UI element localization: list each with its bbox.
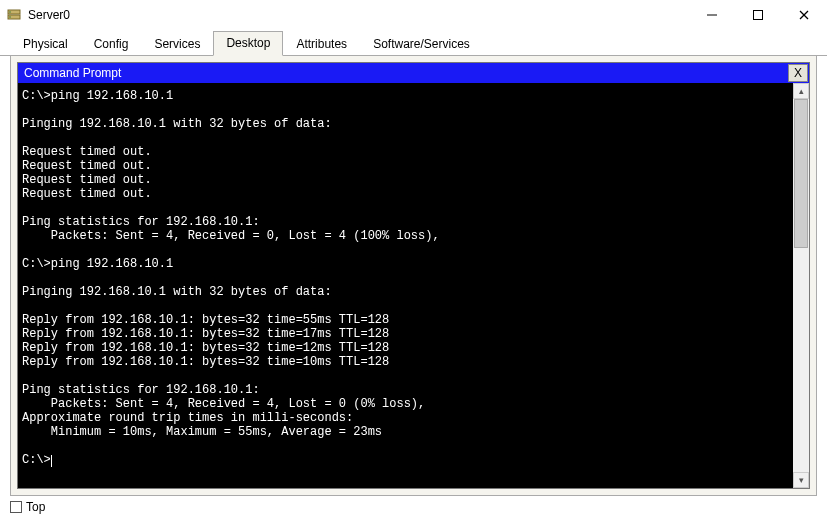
tab-attributes[interactable]: Attributes [283,32,360,56]
svg-point-3 [9,16,11,18]
command-prompt-close-button[interactable]: X [788,64,808,82]
tab-software-services[interactable]: Software/Services [360,32,483,56]
scroll-up-icon[interactable]: ▴ [793,83,809,99]
scroll-thumb[interactable] [794,99,808,248]
window-buttons [689,0,827,30]
footer: Top [0,496,827,514]
tab-services[interactable]: Services [141,32,213,56]
tab-desktop[interactable]: Desktop [213,31,283,56]
server-icon [6,7,22,23]
scrollbar[interactable]: ▴ ▾ [793,83,809,488]
tab-bar: Physical Config Services Desktop Attribu… [0,30,827,56]
command-prompt-output[interactable]: C:\>ping 192.168.10.1 Pinging 192.168.10… [18,83,793,488]
scroll-track[interactable] [793,99,809,472]
close-button[interactable] [781,0,827,30]
top-checkbox[interactable] [10,501,22,513]
command-prompt-titlebar: Command Prompt X [18,63,809,83]
command-prompt-window: Command Prompt X C:\>ping 192.168.10.1 P… [17,62,810,489]
window-title: Server0 [28,8,689,22]
svg-point-2 [9,11,11,13]
minimize-button[interactable] [689,0,735,30]
scroll-down-icon[interactable]: ▾ [793,472,809,488]
top-label: Top [26,500,45,514]
svg-rect-5 [754,11,763,20]
tab-config[interactable]: Config [81,32,142,56]
command-prompt-title: Command Prompt [24,66,787,80]
command-prompt-body-wrap: C:\>ping 192.168.10.1 Pinging 192.168.10… [18,83,809,488]
tab-physical[interactable]: Physical [10,32,81,56]
desktop-panel: Command Prompt X C:\>ping 192.168.10.1 P… [10,56,817,496]
maximize-button[interactable] [735,0,781,30]
cursor [51,455,52,467]
window-titlebar: Server0 [0,0,827,30]
